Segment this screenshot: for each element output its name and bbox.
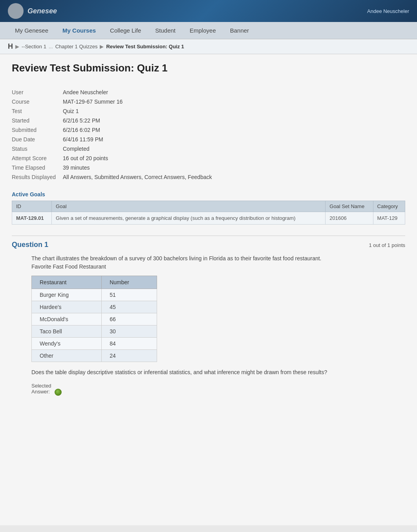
info-value: 6/2/16 5:22 PM — [63, 116, 218, 125]
question-intro: The chart illustrates the breakdown of a… — [31, 254, 405, 271]
info-label: Attempt Score — [12, 154, 63, 163]
food-number: 45 — [102, 301, 157, 313]
logo-text: Genesee — [27, 7, 57, 15]
food-row: Taco Bell 30 — [32, 325, 157, 338]
active-goals-title: Active Goals — [12, 191, 405, 197]
info-value: 6/2/16 6:02 PM — [63, 125, 218, 135]
food-col-restaurant: Restaurant — [32, 276, 102, 289]
info-row: Status Completed — [12, 144, 218, 154]
info-value: Quiz 1 — [63, 106, 218, 116]
goal-set-name: 201606 — [326, 212, 373, 225]
info-label: Course — [12, 97, 63, 106]
food-row: Hardee's 45 — [32, 301, 157, 313]
info-label: User — [12, 88, 63, 97]
food-restaurant: Wendy's — [32, 338, 102, 350]
food-restaurant: Taco Bell — [32, 325, 102, 338]
info-row: Submitted 6/2/16 6:02 PM — [12, 125, 218, 135]
info-label: Submitted — [12, 125, 63, 135]
nav-banner[interactable]: Banner — [223, 22, 256, 39]
info-value: 6/4/16 11:59 PM — [63, 135, 218, 144]
nav-my-genesee[interactable]: My Genesee — [8, 22, 55, 39]
food-number: 30 — [102, 325, 157, 338]
info-row: User Andee Neuscheler — [12, 88, 218, 97]
user-display: Andee Neuscheler — [367, 8, 409, 14]
goals-col-id: ID — [12, 201, 52, 212]
info-value: Andee Neuscheler — [63, 88, 218, 97]
goals-row: MAT-129.01 Given a set of measurements, … — [12, 212, 405, 225]
question-1-content: The chart illustrates the breakdown of a… — [31, 254, 405, 396]
nav-bar: My Genesee My Courses College Life Stude… — [0, 22, 417, 39]
info-row: Results Displayed All Answers, Submitted… — [12, 172, 218, 182]
nav-student[interactable]: Student — [148, 22, 183, 39]
breadcrumb: H ▶ --Section 1 ... Chapter 1 Quizzes ▶ … — [0, 39, 417, 54]
main-content: Review Test Submission: Quiz 1 User Ande… — [0, 54, 417, 525]
food-row: Wendy's 84 — [32, 338, 157, 350]
food-restaurant: McDonald's — [32, 313, 102, 325]
food-number: 84 — [102, 338, 157, 350]
page-title: Review Test Submission: Quiz 1 — [12, 62, 405, 78]
info-value: MAT-129-67 Summer 16 — [63, 97, 218, 106]
food-row: McDonald's 66 — [32, 313, 157, 325]
nav-my-courses[interactable]: My Courses — [55, 22, 103, 39]
breadcrumb-sep-3: ▶ — [100, 44, 104, 49]
goal-id: MAT-129.01 — [12, 212, 52, 225]
food-number: 66 — [102, 313, 157, 325]
goals-table: ID Goal Goal Set Name Category MAT-129.0… — [12, 201, 405, 225]
info-label: Due Date — [12, 135, 63, 144]
info-label: Results Displayed — [12, 172, 63, 182]
food-restaurant: Burger King — [32, 289, 102, 301]
info-label: Test — [12, 106, 63, 116]
logo-icon — [8, 3, 24, 19]
top-bar: Genesee Andee Neuscheler — [0, 0, 417, 22]
breadcrumb-section[interactable]: --Section 1 — [22, 44, 46, 49]
info-row: Attempt Score 16 out of 20 points — [12, 154, 218, 163]
food-restaurant: Other — [32, 350, 102, 362]
answer-label: SelectedAnswer: — [31, 383, 405, 396]
info-label: Status — [12, 144, 63, 154]
info-row: Time Elapsed 39 minutes — [12, 163, 218, 172]
food-number: 51 — [102, 289, 157, 301]
goal-text: Given a set of measurements, generate a … — [52, 212, 326, 225]
fast-food-table: Restaurant Number Burger King 51 Hardee'… — [31, 276, 157, 362]
question-1-header: Question 1 1 out of 1 points — [12, 236, 405, 249]
nav-college-life[interactable]: College Life — [103, 22, 148, 39]
question-body-text: Does the table display descriptive stati… — [31, 368, 405, 377]
goal-category: MAT-129 — [373, 212, 405, 225]
food-row: Burger King 51 — [32, 289, 157, 301]
breadcrumb-current: Review Test Submission: Quiz 1 — [106, 44, 184, 49]
question-1-title: Question 1 — [12, 241, 48, 249]
info-row: Course MAT-129-67 Summer 16 — [12, 97, 218, 106]
nav-employee[interactable]: Employee — [183, 22, 223, 39]
info-value: All Answers, Submitted Answers, Correct … — [63, 172, 218, 182]
answer-section: SelectedAnswer: — [31, 383, 405, 396]
info-row: Started 6/2/16 5:22 PM — [12, 116, 218, 125]
food-row: Other 24 — [32, 350, 157, 362]
info-value: 39 minutes — [63, 163, 218, 172]
goals-col-goal: Goal — [52, 201, 326, 212]
info-label: Time Elapsed — [12, 163, 63, 172]
question-1-points: 1 out of 1 points — [369, 242, 405, 248]
food-col-number: Number — [102, 276, 157, 289]
breadcrumb-sep-2: ... — [49, 44, 53, 49]
answer-radio — [55, 389, 62, 396]
info-label: Started — [12, 116, 63, 125]
info-value: Completed — [63, 144, 218, 154]
info-value: 16 out of 20 points — [63, 154, 218, 163]
info-row: Due Date 6/4/16 11:59 PM — [12, 135, 218, 144]
top-bar-left: Genesee — [8, 3, 57, 19]
goals-col-set-name: Goal Set Name — [326, 201, 373, 212]
food-number: 24 — [102, 350, 157, 362]
submission-info-table: User Andee Neuscheler Course MAT-129-67 … — [12, 88, 218, 182]
breadcrumb-chapter[interactable]: Chapter 1 Quizzes — [55, 44, 98, 49]
breadcrumb-sep-1: ▶ — [15, 44, 19, 49]
food-restaurant: Hardee's — [32, 301, 102, 313]
info-row: Test Quiz 1 — [12, 106, 218, 116]
goals-col-category: Category — [373, 201, 405, 212]
breadcrumb-home[interactable]: H — [8, 42, 13, 51]
